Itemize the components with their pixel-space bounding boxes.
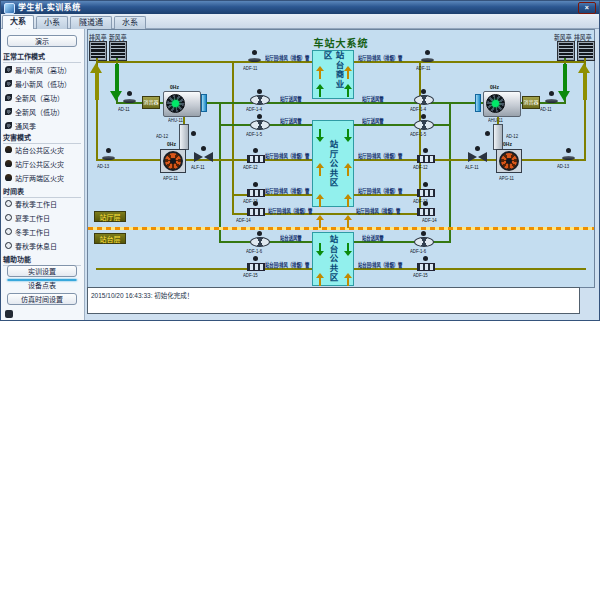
silencer: 消音器	[142, 96, 160, 109]
duct-label: 站台回/排风（排烟）管	[265, 260, 309, 269]
schedule-winter-workday[interactable]: 冬季工作日	[15, 227, 50, 237]
clock-icon	[5, 228, 12, 235]
damper-group[interactable]	[417, 256, 435, 270]
damper[interactable]	[561, 148, 577, 161]
damper-actuator	[191, 131, 196, 136]
exhaust-grille	[90, 42, 106, 60]
duct-connector	[475, 94, 481, 112]
fresh-grille	[558, 42, 574, 60]
damper-tag: ADF-15	[243, 272, 258, 278]
damper[interactable]	[247, 50, 263, 63]
tab-tunnel-vent[interactable]: 隧道通风	[70, 16, 112, 29]
butterfly-damper[interactable]	[468, 146, 488, 162]
fan-tag: APG-11	[163, 175, 178, 181]
fan-tag: ADF-1-4	[410, 106, 426, 112]
airflow-down-arrow	[344, 243, 352, 256]
airflow-up-arrow	[344, 215, 352, 228]
mode-min-fresh-high[interactable]: 最小新风（高功）	[15, 65, 71, 75]
airflow-up-arrow	[344, 163, 352, 176]
demo-button[interactable]: 演示	[7, 35, 77, 47]
log-entry: 2015/10/20 16:43:33: 初始化完成！	[91, 292, 193, 299]
axial-fan[interactable]	[250, 89, 270, 105]
duct-label: 站厅送风管	[362, 94, 384, 103]
duct-label: 站台送风管	[362, 233, 384, 242]
damper[interactable]	[101, 148, 117, 161]
title-bar: 学生机-实训系统 ×	[1, 1, 599, 14]
schedule-springfall-workday[interactable]: 春秋季工作日	[15, 199, 57, 209]
fire-icon	[5, 146, 12, 153]
damper-group[interactable]	[247, 182, 265, 196]
duct-label: 站厅送风管	[362, 116, 384, 125]
mode-full-fresh-low[interactable]: 全新风（低功）	[15, 107, 64, 117]
ahu-fan[interactable]	[483, 91, 521, 117]
frequency-readout: 0Hz	[503, 141, 512, 147]
fan-icon	[5, 108, 12, 115]
schedule-springfall-restday[interactable]: 春秋季休息日	[15, 241, 57, 251]
fan-tag: ADF-1-6	[410, 248, 426, 254]
damper-group[interactable]	[417, 182, 435, 196]
duct-label: 站台回/排风（排烟）管	[358, 260, 402, 269]
duct-label: 站厅回/排风（排烟）管	[265, 186, 309, 195]
event-log[interactable]: 2015/10/20 16:43:33: 初始化完成！	[87, 287, 580, 314]
fresh-pavilion-label: 新风亭	[109, 32, 127, 42]
duct-label: 站台送风管	[280, 233, 302, 242]
damper-group[interactable]	[247, 256, 265, 270]
airflow-up-arrow	[344, 273, 352, 286]
axial-fan[interactable]	[250, 114, 270, 130]
exhaust-fan[interactable]	[160, 149, 186, 173]
frequency-readout: 0Hz	[167, 141, 176, 147]
floor-label-hall: 站厅层	[94, 211, 126, 222]
axial-fan[interactable]	[414, 89, 434, 105]
tab-big-system[interactable]: 大系统	[2, 15, 34, 29]
axial-fan[interactable]	[414, 114, 434, 130]
axial-fan[interactable]	[414, 231, 434, 247]
section-disaster-mode: 灾害模式	[3, 132, 81, 144]
mode-min-fresh-low[interactable]: 最小新风（低功）	[15, 79, 71, 89]
damper-tag: AD-12	[506, 133, 518, 139]
butterfly-damper[interactable]	[194, 146, 214, 162]
disaster-hall-fire[interactable]: 站厅公共区火灾	[15, 159, 64, 169]
clock-icon	[5, 242, 12, 249]
airflow-up-arrow	[316, 66, 324, 79]
device-point-table-button[interactable]: 设备点表	[7, 279, 77, 281]
exhaust-fan[interactable]	[496, 149, 522, 173]
damper[interactable]	[420, 50, 436, 63]
close-icon[interactable]: ×	[578, 2, 596, 14]
damper-tag: AD-11	[118, 106, 130, 112]
fresh-grille	[110, 42, 126, 60]
disaster-platform-fire[interactable]: 站台公共区火灾	[15, 145, 64, 155]
disaster-hall-ends-fire[interactable]: 站厅两端区火灾	[15, 173, 64, 183]
duct-label: 站厅送风管	[280, 116, 302, 125]
fire-icon	[5, 174, 12, 181]
damper-group[interactable]	[247, 148, 265, 162]
tab-water-system[interactable]: 水系统	[114, 16, 146, 29]
training-settings-button[interactable]: 实训设置	[7, 265, 77, 277]
ahu-fan[interactable]	[163, 91, 201, 117]
damper[interactable]	[122, 91, 138, 104]
sim-time-settings-button[interactable]: 仿真时间设置	[7, 293, 77, 305]
schedule-summer-workday[interactable]: 夏季工作日	[15, 213, 50, 223]
fan-tag: AHU-11	[488, 117, 503, 123]
duct-label: 站厅回/排风（排烟）管	[268, 206, 312, 215]
damper-tag: AD-13	[97, 163, 109, 169]
damper-tag: ADF-14	[422, 217, 437, 223]
damper-tag: ALF-11	[465, 164, 479, 170]
fan-icon	[5, 80, 12, 87]
damper-tag: AD-11	[540, 106, 552, 112]
mode-vent-season[interactable]: 通风季	[15, 121, 36, 131]
axial-fan[interactable]	[250, 231, 270, 247]
airflow-down-arrow	[344, 129, 352, 142]
tab-small-system[interactable]: 小系统	[36, 16, 68, 29]
damper-group[interactable]	[417, 148, 435, 162]
damper-group[interactable]	[247, 201, 265, 215]
damper-tag: ALF-11	[191, 164, 205, 170]
damper-group[interactable]	[417, 201, 435, 215]
mode-full-fresh-high[interactable]: 全新风（高功）	[15, 93, 64, 103]
fan-icon	[5, 94, 12, 101]
duct-label: 站厅回/排风（排烟）管	[358, 186, 402, 195]
diagram-title: 车站大系统	[288, 35, 394, 50]
vertical-silencer	[493, 124, 503, 150]
duct-label: 站厅回/排风（排烟）管	[358, 53, 402, 62]
damper[interactable]	[544, 91, 560, 104]
duct-label: 站厅回/排风（排烟）管	[358, 151, 402, 160]
